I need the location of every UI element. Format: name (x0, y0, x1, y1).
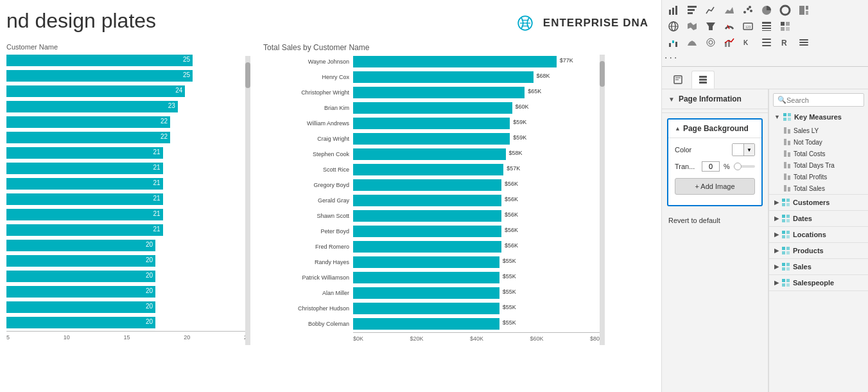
viz-icon-r[interactable]: R (776, 35, 794, 50)
svg-rect-72 (782, 199, 785, 202)
products-icon (781, 246, 790, 255)
field-group-sales: ▶ Sales (769, 259, 868, 275)
right-bar-track: $56K (353, 179, 603, 191)
left-bar-value: 20 (146, 318, 153, 325)
field-group-sales-header[interactable]: ▶ Sales (769, 259, 868, 274)
panel-tabs (662, 67, 868, 89)
add-image-button[interactable]: + Add Image (675, 178, 755, 195)
left-bar-value: 25 (183, 71, 190, 78)
right-bar: $56K (353, 195, 501, 206)
viz-icon-scatter2[interactable] (702, 35, 720, 50)
svg-rect-71 (788, 187, 790, 192)
svg-rect-17 (799, 6, 804, 15)
field-sales-not-today[interactable]: Not Today (769, 136, 868, 148)
field-total-profits[interactable]: Total Profits (769, 171, 868, 183)
right-bar-value: $55K (503, 258, 516, 264)
tab-fields[interactable] (691, 71, 715, 89)
viz-icon-filled-map[interactable] (683, 19, 701, 34)
right-bar-name: Alan Miller (263, 290, 353, 296)
svg-rect-32 (786, 22, 790, 26)
viz-icon-table[interactable] (758, 19, 776, 34)
color-label: Color (675, 146, 691, 154)
right-bar-name: Randy Hayes (263, 259, 353, 265)
viz-icon-donut[interactable] (776, 3, 794, 18)
field-sales-ly[interactable]: Sales LY (769, 125, 868, 136)
right-bar: $77K (353, 56, 557, 67)
list-item: 21 (6, 161, 250, 175)
svg-rect-61 (788, 129, 790, 134)
right-bar-name: Craig Wright (263, 136, 353, 142)
viz-icon-more2[interactable] (795, 35, 813, 50)
logo: ENTERPRISE DNA (514, 12, 648, 35)
right-chart-scrollbar[interactable] (600, 55, 605, 345)
page-information-header[interactable]: ▼ Page Information (662, 89, 768, 109)
revert-button[interactable]: Revert to default (668, 215, 720, 226)
viz-icon-pie[interactable] (758, 3, 776, 18)
svg-rect-89 (786, 263, 790, 266)
page-information-label: Page Information (679, 94, 742, 103)
list-item: Christopher Hudson$55K (263, 301, 603, 316)
svg-rect-9 (688, 12, 693, 14)
viz-icon-area[interactable] (720, 3, 738, 18)
right-bar: $58K (353, 148, 506, 160)
viz-icon-map[interactable] (664, 19, 682, 34)
transparency-input[interactable] (702, 161, 720, 172)
viz-icon-kpi[interactable]: K (739, 35, 757, 50)
viz-icon-waterfall[interactable] (664, 35, 682, 50)
left-bar-value: 22 (161, 133, 168, 140)
viz-icon-bar[interactable] (664, 3, 682, 18)
svg-rect-30 (762, 30, 771, 31)
list-item: Randy Hayes$55K (263, 255, 603, 269)
page-background-header[interactable]: ▲ Page Background (668, 120, 761, 138)
left-bar: 23 (6, 101, 178, 112)
right-bar: $55K (353, 287, 499, 299)
field-total-days[interactable]: Total Days Tra (769, 159, 868, 171)
search-input[interactable] (786, 96, 868, 104)
color-swatch (733, 144, 744, 156)
field-group-products-header[interactable]: ▶ Products (769, 243, 868, 258)
viz-icon-slicer[interactable] (758, 35, 776, 50)
field-group-customers-header[interactable]: ▶ Customers (769, 195, 868, 210)
viz-icon-scatter[interactable] (739, 3, 757, 18)
svg-rect-87 (786, 251, 790, 254)
svg-rect-93 (786, 279, 790, 282)
svg-point-12 (747, 8, 749, 10)
viz-icon-ribbon[interactable] (683, 35, 701, 50)
viz-icon-matrix[interactable] (776, 19, 794, 34)
tab-format[interactable] (667, 71, 689, 89)
more-icons-button[interactable]: ··· (664, 51, 865, 65)
viz-icon-line[interactable] (702, 3, 720, 18)
field-total-sales[interactable]: Total Sales (769, 183, 868, 194)
left-bar-value: 21 (153, 164, 160, 171)
viz-icon-gauge[interactable] (720, 19, 738, 34)
viz-icon-card[interactable]: 123 (739, 19, 757, 34)
list-item: 20 (6, 238, 250, 253)
viz-icon-funnel[interactable] (702, 19, 720, 34)
left-bar: 22 (6, 116, 170, 128)
customers-icon (781, 198, 790, 207)
field-group-salespeople-header[interactable]: ▶ Salespeople (769, 275, 868, 290)
left-chart-scrollbar[interactable] (245, 56, 250, 345)
page-info-toggle: ▼ (668, 96, 675, 103)
color-picker[interactable]: ▼ (732, 143, 755, 156)
field-group-dates-header[interactable]: ▶ Dates (769, 211, 868, 226)
field-total-costs[interactable]: Total Costs (769, 148, 868, 159)
field-group-locations-header[interactable]: ▶ Locations (769, 227, 868, 242)
field-group-key-measures-header[interactable]: ▼ Key Measures (769, 109, 868, 125)
left-bar-value: 20 (146, 303, 153, 310)
viz-icon-bar2[interactable] (683, 3, 701, 18)
left-bar: 21 (6, 193, 163, 205)
left-chart: Customer Name 25252423222221212121212120… (6, 43, 250, 358)
svg-rect-95 (786, 283, 790, 287)
svg-point-39 (709, 40, 713, 44)
transparency-slider[interactable] (734, 165, 755, 168)
viz-icon-treemap[interactable] (795, 3, 813, 18)
right-bar-track: $55K (353, 272, 603, 283)
svg-rect-79 (786, 219, 790, 222)
right-bar: $57K (353, 164, 503, 175)
list-item: Craig Wright$59K (263, 132, 603, 146)
viz-icon-combo[interactable] (720, 35, 738, 50)
color-dropdown-arrow[interactable]: ▼ (744, 144, 754, 156)
svg-rect-66 (784, 162, 786, 168)
search-icon: 🔍 (777, 96, 786, 104)
